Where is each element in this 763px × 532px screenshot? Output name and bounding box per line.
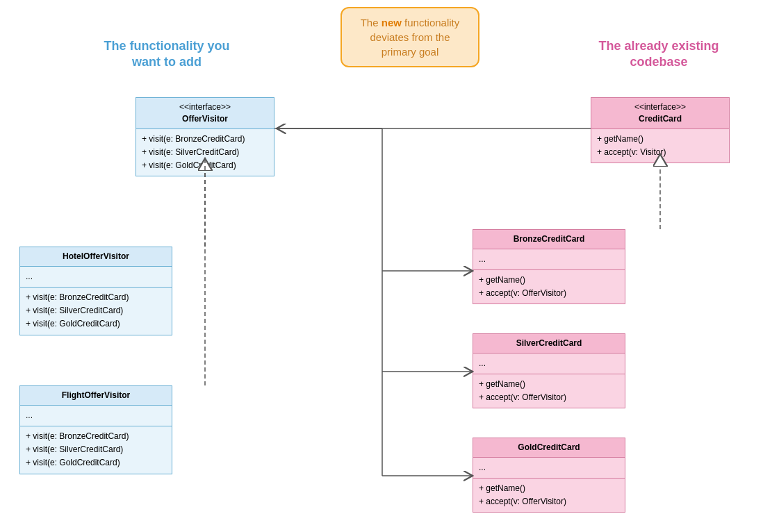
flight-offer-visitor-methods: + visit(e: BronzeCreditCard) + visit(e: … (20, 426, 172, 474)
offer-visitor-method-3: + visit(e: GoldCreditCard) (142, 159, 268, 172)
offer-visitor-header: <<interface>> OfferVisitor (136, 98, 274, 128)
silver-credit-card-methods: + getName() + accept(v: OfferVisitor) (473, 374, 625, 408)
bronze-credit-card-fields: ... (473, 249, 625, 269)
gold-credit-card-header: GoldCreditCard (473, 438, 625, 457)
credit-card-box: <<interface>> CreditCard + getName() + a… (591, 97, 730, 163)
silver-credit-card-header: SilverCreditCard (473, 334, 625, 353)
credit-card-method-1: + getName() (597, 133, 723, 146)
offer-visitor-method-2: + visit(e: SilverCreditCard) (142, 146, 268, 159)
bronze-credit-card-box: BronzeCreditCard ... + getName() + accep… (473, 229, 625, 304)
hotel-offer-visitor-box: HotelOfferVisitor ... + visit(e: BronzeC… (19, 247, 172, 335)
bronze-credit-card-header: BronzeCreditCard (473, 230, 625, 249)
title-left: The functionality you want to add (90, 38, 243, 71)
credit-card-body: + getName() + accept(v: Visitor) (591, 128, 729, 163)
credit-card-method-2: + accept(v: Visitor) (597, 146, 723, 159)
title-center: The new functionality deviates from the … (341, 7, 479, 67)
gold-credit-card-fields: ... (473, 457, 625, 478)
flight-offer-visitor-box: FlightOfferVisitor ... + visit(e: Bronze… (19, 385, 172, 474)
flight-offer-visitor-header: FlightOfferVisitor (20, 386, 172, 405)
hotel-offer-visitor-header: HotelOfferVisitor (20, 247, 172, 266)
credit-card-header: <<interface>> CreditCard (591, 98, 729, 128)
silver-credit-card-fields: ... (473, 353, 625, 374)
gold-credit-card-box: GoldCreditCard ... + getName() + accept(… (473, 438, 625, 513)
hotel-offer-visitor-fields: ... (20, 266, 172, 287)
silver-credit-card-box: SilverCreditCard ... + getName() + accep… (473, 333, 625, 408)
hotel-offer-visitor-methods: + visit(e: BronzeCreditCard) + visit(e: … (20, 287, 172, 335)
bronze-credit-card-methods: + getName() + accept(v: OfferVisitor) (473, 269, 625, 304)
offer-visitor-method-1: + visit(e: BronzeCreditCard) (142, 133, 268, 146)
offer-visitor-box: <<interface>> OfferVisitor + visit(e: Br… (136, 97, 274, 176)
gold-credit-card-methods: + getName() + accept(v: OfferVisitor) (473, 478, 625, 512)
offer-visitor-body: + visit(e: BronzeCreditCard) + visit(e: … (136, 128, 274, 176)
title-right: The already existing codebase (582, 38, 735, 71)
flight-offer-visitor-fields: ... (20, 405, 172, 426)
